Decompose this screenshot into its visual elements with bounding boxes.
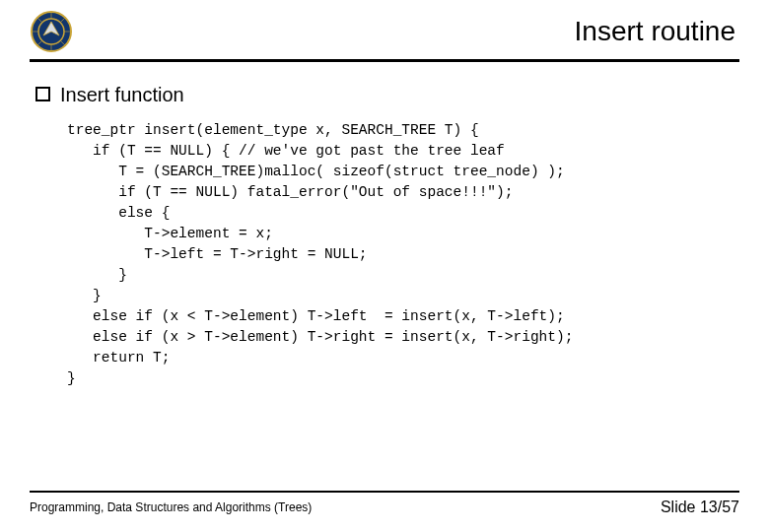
slide-content: Insert function tree_ptr insert(element_… bbox=[30, 84, 739, 389]
seal-logo-icon bbox=[30, 10, 73, 53]
slide-footer: Programming, Data Structures and Algorit… bbox=[30, 491, 739, 516]
code-line: } bbox=[67, 288, 102, 303]
bullet-item: Insert function bbox=[35, 84, 739, 106]
code-line: T->left = T->right = NULL; bbox=[67, 246, 368, 262]
square-bullet-icon bbox=[35, 87, 50, 101]
code-line: else if (x < T->element) T->left = inser… bbox=[67, 308, 565, 324]
code-line: } bbox=[67, 370, 76, 386]
footer-slide-number: Slide 13/57 bbox=[661, 499, 739, 516]
slide-title: Insert routine bbox=[575, 16, 739, 47]
code-line: else if (x > T->element) T->right = inse… bbox=[67, 329, 573, 345]
code-line: tree_ptr insert(element_type x, SEARCH_T… bbox=[67, 122, 479, 138]
footer-left-text: Programming, Data Structures and Algorit… bbox=[30, 500, 312, 514]
code-line: T->element = x; bbox=[67, 226, 273, 241]
code-line: if (T == NULL) fatal_error("Out of space… bbox=[67, 184, 513, 200]
bullet-text: Insert function bbox=[60, 84, 184, 106]
code-block: tree_ptr insert(element_type x, SEARCH_T… bbox=[35, 116, 739, 389]
code-line: else { bbox=[67, 205, 170, 221]
slide-header: Insert routine bbox=[30, 10, 739, 62]
code-line: T = (SEARCH_TREE)malloc( sizeof(struct t… bbox=[67, 164, 565, 179]
code-line: if (T == NULL) { // we've got past the t… bbox=[67, 143, 505, 159]
code-line: } bbox=[67, 267, 127, 283]
slide: Insert routine Insert function tree_ptr … bbox=[0, 0, 769, 532]
code-line: return T; bbox=[67, 350, 170, 366]
